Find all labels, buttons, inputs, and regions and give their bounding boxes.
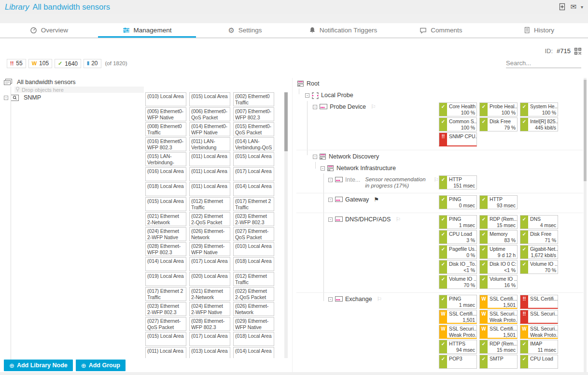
status-badge-down[interactable]: !!55 — [7, 59, 26, 68]
collapse-toggle-icon[interactable]: - — [328, 198, 333, 202]
grid-tile[interactable]: (011) Local Area — [189, 182, 230, 196]
grid-tile[interactable]: (017) Local Area — [189, 257, 230, 271]
collapse-toggle-icon[interactable]: - — [328, 297, 333, 302]
sensor-tile[interactable]: ✓CPU Load3 % — [439, 230, 477, 244]
grid-tile[interactable]: (014) Local Area — [233, 347, 274, 358]
sensor-tile[interactable]: ✓HTTP93 msec — [479, 195, 518, 209]
envelope-icon[interactable]: ✉ — [570, 2, 576, 11]
drop-objects-target[interactable]: Drop objects here — [14, 87, 144, 93]
add-group-button[interactable]: ⊕ Add Group — [76, 360, 126, 371]
collapse-toggle-icon[interactable]: - — [313, 105, 317, 109]
sensor-tile[interactable]: WSSL Certifi...1,501 — [479, 325, 518, 339]
grid-tile[interactable]: (026) Ethernet-Network — [189, 227, 230, 241]
tree-node[interactable]: -Probe Device⚐ — [296, 102, 439, 114]
sensor-tile[interactable]: ✓Gigabit-Net...1,672 kbit/s — [520, 245, 558, 259]
sensor-tile[interactable]: ✓Disk IO _To...<1 % — [439, 260, 477, 274]
collapse-toggle-icon[interactable]: - — [4, 96, 8, 100]
grid-tile[interactable]: (018) Local Area — [145, 182, 186, 196]
sensor-tile[interactable]: ✓PING1 msec — [439, 295, 477, 309]
grid-tile[interactable]: (011) Local Area — [189, 167, 230, 181]
sensor-tile[interactable]: ✓Volume IO ...70 % — [439, 275, 477, 289]
grid-tile[interactable]: (029) Ethernet-WFP Native — [233, 317, 274, 331]
sensor-tile[interactable]: ✓POP3 — [439, 355, 477, 369]
sensor-tile[interactable]: ✓Volume IO ...70 % — [520, 260, 558, 274]
grid-tile[interactable]: (024) Ethernet 2-WFP Native — [189, 302, 230, 316]
grid-tile[interactable]: (023) Ethernet 2-WFP 802.3 — [233, 212, 274, 226]
tab-settings[interactable]: ⚙Settings — [196, 23, 294, 37]
sensor-tile[interactable]: !!SSL Certifi... — [520, 295, 558, 309]
grid-tile[interactable]: (027) Ethernet-QoS Packet — [145, 317, 186, 331]
sensor-tile[interactable]: ✓HTTPS94 msec — [439, 340, 477, 354]
sensor-tile[interactable]: ✓CPU Load — [520, 355, 558, 369]
flag-icon[interactable]: ⚐ — [395, 216, 401, 223]
collapse-toggle-icon[interactable]: - — [313, 155, 317, 159]
grid-tile[interactable]: (029) Ethernet-WFP Native — [189, 242, 230, 256]
status-badge-paused[interactable]: II20 — [84, 59, 101, 68]
tree-node-label[interactable]: DNS/DHCP/ADS — [345, 216, 391, 223]
grid-tile[interactable]: (010) Local Area — [145, 92, 186, 106]
tree-node[interactable]: Root — [296, 79, 439, 90]
grid-tile[interactable]: (021) Ethernet 2-Network — [145, 212, 186, 226]
sensor-tile[interactable]: ✓Disk IO 0 C:<1 % — [479, 260, 518, 274]
tree-node[interactable]: -Inte...Sensor recommendation in progres… — [296, 175, 439, 189]
tab-overview[interactable]: Overview — [0, 23, 98, 37]
grid-tile[interactable]: (014) LAN-Verbindung-QoS — [233, 137, 274, 151]
add-library-node-button[interactable]: ⊕ Add Library Node — [4, 360, 73, 371]
tree-node-label[interactable]: Root — [307, 80, 319, 87]
grid-tile[interactable]: (013) Local Area — [189, 347, 230, 358]
grid-tile[interactable]: (011) Local Area — [189, 152, 230, 166]
grid-tile[interactable]: (012) Ethernet Traffic — [189, 197, 230, 211]
grid-tile[interactable]: (014) Local Area — [145, 257, 186, 271]
tree-node-label[interactable]: Network Infrastructure — [336, 165, 396, 172]
grid-tile[interactable]: (014) Ethernet0-WFP Native — [189, 122, 230, 136]
sensor-tile[interactable]: WSSL Certifi...1,501 — [439, 310, 477, 324]
tab-management[interactable]: Management — [98, 23, 196, 37]
status-badge-warning[interactable]: W105 — [28, 59, 52, 68]
tree-node-label[interactable]: Local Probe — [321, 92, 353, 99]
grid-tile[interactable]: (015) Local Area — [145, 332, 186, 346]
grid-tile[interactable]: (018) Local Area — [233, 257, 274, 271]
sensor-tile[interactable]: ✓PING1 msec — [439, 215, 477, 229]
sensor-tile[interactable]: ✓IMAP11 msec — [520, 340, 558, 354]
grid-tile[interactable]: (011) Local Area — [145, 347, 186, 358]
tree-node-label[interactable]: Probe Device — [330, 103, 366, 110]
sensor-tile[interactable]: ✓Common S...100 % — [439, 117, 477, 131]
sensor-tile[interactable]: ✓DNS4 msec — [520, 215, 558, 229]
tree-node[interactable]: -Network Discovery — [296, 152, 439, 163]
sensor-tile[interactable]: ✓RDP (Rem...15 msec — [479, 215, 518, 229]
status-badge-up[interactable]: ✓1640 — [55, 59, 81, 68]
grid-tile[interactable]: (022) Ethernet 2-QoS Packet — [233, 287, 274, 301]
grid-tile[interactable]: (019) Local Area — [145, 272, 186, 286]
qr-code-icon[interactable] — [574, 48, 581, 55]
grid-tile[interactable]: (016) Ethernet0-WFP 802.3 — [145, 137, 186, 151]
grid-tile[interactable]: (015) Ethernet0-QoS Packet — [233, 122, 274, 136]
sensor-tile[interactable]: ✓Uptime9 d 12 h — [479, 245, 518, 259]
flag-icon[interactable]: ⚐ — [377, 296, 382, 303]
sensor-tile[interactable]: ✓System He...100 % — [520, 102, 558, 116]
search-input[interactable] — [506, 59, 588, 67]
grid-tile[interactable]: (015) Local Area — [145, 197, 186, 211]
caret-down-icon[interactable]: ▾ — [581, 4, 583, 10]
flag-icon[interactable]: ⚐ — [434, 176, 439, 183]
grid-tile[interactable]: (015) Local Area — [189, 92, 230, 106]
grid-tile[interactable]: (026) Ethernet-Network — [233, 302, 274, 316]
collapse-toggle-icon[interactable]: - — [321, 166, 325, 171]
sensor-tile[interactable]: WSSL Certifi...1,501 — [479, 295, 518, 309]
tree-node-label[interactable]: Gateway — [345, 196, 369, 203]
sensor-tile[interactable]: ✓Intel[R] 825...445 kbit/s — [520, 117, 558, 131]
grid-tile[interactable]: (015) Local Area — [233, 152, 274, 166]
library-root-node[interactable]: All bandwidth sensors — [4, 78, 144, 86]
grid-tile[interactable]: (005) Ethernet0-WFP Native — [145, 107, 186, 121]
grid-tile[interactable]: (017) Local Area — [233, 167, 274, 181]
library-node-snmp[interactable]: - SNMP — [4, 93, 144, 102]
sensor-tile[interactable]: ✓Disk Free71 % — [520, 230, 558, 244]
grid-tile[interactable]: (017) Ethernet 2 Traffic — [233, 197, 274, 211]
scrollbar-thumb[interactable] — [584, 80, 587, 181]
tree-node[interactable]: -Gateway⚑ — [296, 195, 439, 206]
sensor-tile[interactable]: ✓Probe Heal...100 % — [479, 102, 518, 116]
tree-scrollbar[interactable] — [584, 78, 587, 373]
sensor-tile[interactable]: !!SNMP CPU... — [439, 132, 477, 146]
sensor-tile[interactable]: ✓PING0 msec — [439, 195, 477, 209]
grid-tile[interactable]: (024) Ethernet 2-WFP Native — [145, 227, 186, 241]
tree-node-label[interactable]: Inte... — [345, 176, 360, 183]
